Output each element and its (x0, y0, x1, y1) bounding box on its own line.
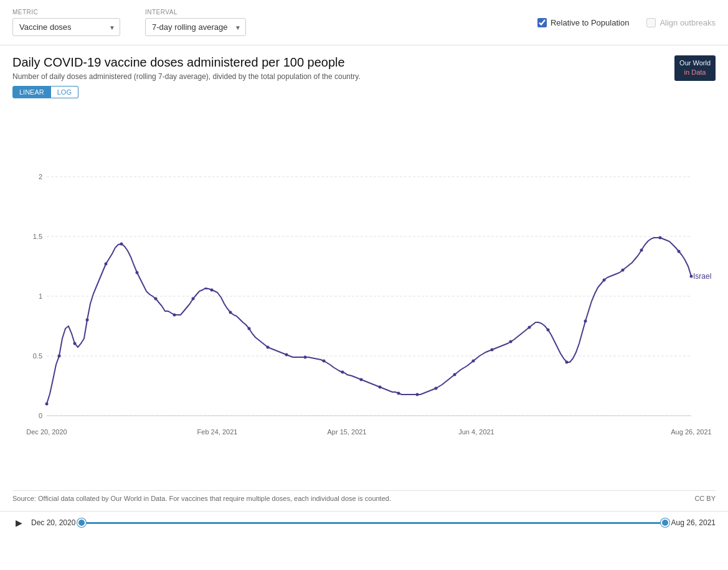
svg-point-33 (341, 371, 344, 374)
svg-text:0: 0 (39, 412, 42, 419)
slider-track (82, 522, 664, 524)
svg-point-26 (210, 289, 214, 292)
svg-point-39 (453, 373, 456, 376)
chart-title: Daily COVID-19 vaccine doses administere… (12, 55, 361, 70)
svg-text:Dec 20, 2020: Dec 20, 2020 (26, 428, 67, 436)
svg-text:Jun 4, 2021: Jun 4, 2021 (458, 428, 494, 436)
chart-area: 0 0.5 1 1.5 2 Dec 20, 2020 Feb 24, 2021 … (12, 105, 716, 490)
svg-point-48 (622, 269, 625, 272)
playback-bar: ▶ Dec 20, 2020 Aug 26, 2021 (0, 511, 728, 534)
playback-end-label: Aug 26, 2021 (671, 518, 716, 527)
chart-subtitle: Number of daily doses administered (roll… (12, 72, 361, 81)
svg-point-51 (678, 250, 681, 253)
svg-point-28 (248, 327, 251, 330)
svg-point-35 (379, 386, 382, 389)
top-controls: METRIC Vaccine doses People vaccinated P… (0, 0, 728, 45)
source-text: Source: Official data collated by Our Wo… (12, 495, 391, 502)
checkbox-group: Relative to Population Align outbreaks (537, 18, 716, 27)
svg-text:1.5: 1.5 (33, 233, 42, 240)
svg-point-49 (640, 249, 643, 252)
interval-control: INTERVAL 7-day rolling average Daily Wee… (145, 9, 246, 36)
linear-scale-button[interactable]: LINEAR (12, 86, 51, 98)
svg-point-22 (136, 271, 139, 274)
log-scale-button[interactable]: LOG (51, 86, 78, 98)
owid-logo-line1: Our World (679, 58, 711, 68)
interval-select-wrapper: 7-day rolling average Daily Weekly ▼ (145, 18, 246, 36)
svg-point-27 (229, 311, 232, 314)
align-outbreaks-checkbox[interactable] (646, 18, 656, 27)
chart-title-block: Daily COVID-19 vaccine doses administere… (12, 55, 361, 81)
svg-point-29 (267, 346, 270, 349)
chart-svg: 0 0.5 1 1.5 2 Dec 20, 2020 Feb 24, 2021 … (12, 105, 716, 490)
svg-point-25 (192, 297, 195, 301)
series-label: Israel (693, 272, 711, 281)
align-outbreaks-label[interactable]: Align outbreaks (659, 18, 716, 27)
svg-point-44 (547, 329, 550, 332)
svg-text:1: 1 (39, 292, 42, 300)
svg-point-37 (416, 393, 419, 396)
slider-wrapper (82, 516, 664, 529)
svg-point-23 (154, 297, 158, 301)
owid-logo-line2: in Data (679, 68, 711, 77)
svg-point-34 (360, 378, 363, 381)
svg-point-19 (86, 319, 89, 322)
svg-text:Apr 15, 2021: Apr 15, 2021 (328, 428, 367, 436)
metric-select-wrapper: Vaccine doses People vaccinated People f… (12, 18, 120, 36)
relative-to-population-label[interactable]: Relative to Population (551, 18, 629, 27)
svg-point-46 (584, 320, 587, 323)
svg-point-21 (120, 243, 123, 246)
data-dots (45, 236, 693, 406)
interval-select[interactable]: 7-day rolling average Daily Weekly (145, 18, 246, 36)
svg-point-47 (603, 279, 606, 282)
svg-text:Aug 26, 2021: Aug 26, 2021 (671, 428, 711, 436)
israel-line (47, 238, 691, 404)
svg-point-52 (690, 275, 693, 278)
svg-point-45 (565, 361, 569, 364)
svg-point-16 (45, 403, 49, 406)
chart-header: Daily COVID-19 vaccine doses administere… (12, 55, 716, 81)
cc-label: CC BY (694, 495, 716, 502)
svg-point-30 (285, 353, 288, 357)
svg-point-42 (509, 340, 513, 343)
scale-buttons: LINEAR LOG (12, 86, 716, 98)
svg-point-20 (105, 263, 108, 266)
owid-logo[interactable]: Our World in Data (674, 55, 716, 81)
chart-footer: Source: Official data collated by Our Wo… (12, 490, 716, 505)
svg-point-24 (173, 314, 176, 317)
chart-container: Daily COVID-19 vaccine doses administere… (0, 45, 728, 511)
svg-point-31 (304, 356, 307, 359)
metric-select[interactable]: Vaccine doses People vaccinated People f… (12, 18, 120, 36)
relative-to-population-checkbox[interactable] (537, 18, 547, 27)
metric-control: METRIC Vaccine doses People vaccinated P… (12, 9, 120, 36)
svg-point-41 (491, 348, 494, 352)
playback-start-label: Dec 20, 2020 (31, 518, 75, 527)
svg-point-17 (58, 355, 61, 358)
svg-point-40 (472, 360, 475, 363)
svg-point-36 (397, 392, 400, 395)
interval-label: INTERVAL (145, 9, 246, 16)
svg-point-43 (528, 326, 531, 329)
metric-label: METRIC (12, 9, 120, 16)
svg-text:Feb 24, 2021: Feb 24, 2021 (197, 428, 238, 436)
play-button[interactable]: ▶ (12, 516, 25, 529)
svg-point-18 (73, 342, 77, 345)
svg-text:2: 2 (39, 173, 42, 180)
svg-point-50 (659, 236, 662, 240)
svg-point-38 (435, 387, 438, 390)
relative-to-population-item: Relative to Population (537, 18, 629, 27)
align-outbreaks-item: Align outbreaks (646, 18, 716, 27)
svg-point-32 (323, 360, 326, 363)
svg-text:0.5: 0.5 (33, 352, 42, 360)
